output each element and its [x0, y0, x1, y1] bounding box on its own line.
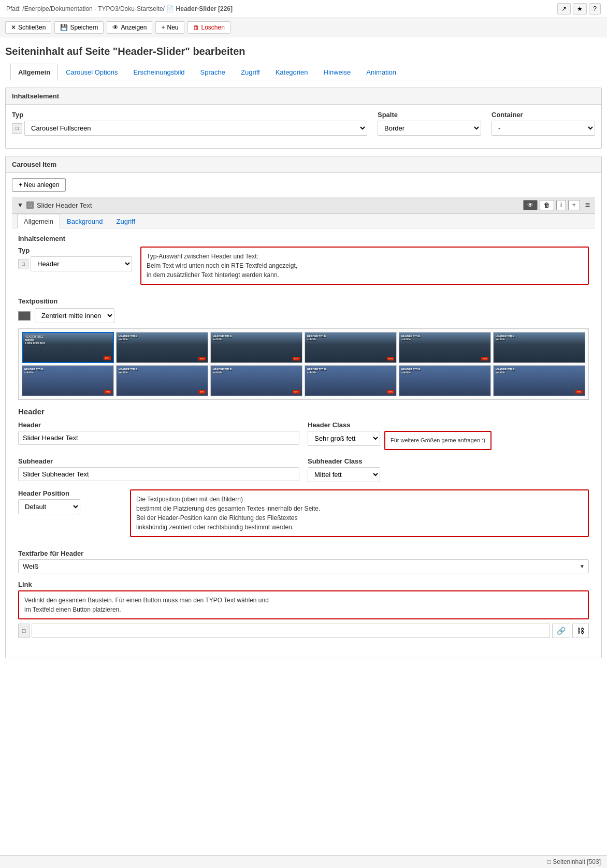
tab-erscheinungsbild[interactable]: Erscheinungsbild	[126, 64, 193, 80]
header-position-select[interactable]: Default	[18, 499, 80, 514]
header-position-col: Header Position Default	[18, 489, 122, 514]
spalte-label: Spalte	[378, 111, 481, 119]
tab-hinweise[interactable]: Hinweise	[316, 64, 359, 80]
image-grid-item[interactable]: HEADER TITLEsubtitle BTN	[305, 332, 397, 363]
external-link-btn[interactable]: ↗	[557, 3, 571, 15]
close-icon: ✕	[11, 24, 16, 31]
spalte-select[interactable]: Border	[378, 121, 481, 136]
header-section-title: Header	[18, 407, 589, 416]
inner-typ-select[interactable]: Header	[31, 256, 132, 271]
image-grid-item[interactable]: HEADER TITLEsubtitle BTN	[305, 365, 397, 396]
slider-item-titlebar: ▼ □ Slider Header Text 👁 🗑 i	[12, 197, 595, 214]
link-browse-btn[interactable]: 🔗	[552, 624, 570, 638]
slider-title-text: Slider Header Text	[37, 201, 92, 209]
image-grid-item[interactable]: HEADER TITLEsubtitlea little more text B…	[22, 332, 114, 363]
carousel-item-section: Carousel Item + Neu anlegen ▼ □ Slider H…	[5, 156, 602, 658]
inner-tab-zugriff[interactable]: Zugriff	[109, 214, 142, 228]
inner-typ-wrapper: □ Header	[18, 256, 132, 271]
close-label: Schließen	[18, 24, 46, 31]
carousel-item-body: + Neu anlegen	[6, 173, 601, 197]
trash-item-btn[interactable]: 🗑	[540, 200, 554, 210]
drag-handle-icon[interactable]: ≡	[585, 200, 590, 210]
visibility-toggle-btn[interactable]: 👁	[523, 200, 538, 210]
image-grid-item[interactable]: HEADER TITLEsubtitle	[493, 332, 585, 363]
container-select[interactable]: -	[492, 121, 595, 136]
image-grid-item[interactable]: HEADER TITLEsubtitle BTN	[116, 332, 208, 363]
inhaltselement-section: Inhaltselement Typ □ Carousel Fullscreen	[5, 88, 602, 149]
typ-input-wrapper: □ Carousel Fullscreen	[12, 121, 367, 136]
header-position-row: Header Position Default Die Textposition…	[18, 489, 589, 542]
image-grid-item[interactable]: HEADER TITLEsubtitle BTN	[493, 365, 585, 396]
view-icon: 👁	[112, 24, 119, 31]
close-button[interactable]: ✕ Schließen	[5, 21, 51, 34]
header-class-label: Header Class	[308, 421, 589, 429]
tab-allgemein[interactable]: Allgemein	[10, 64, 58, 80]
carousel-item-title: Carousel Item	[12, 161, 56, 168]
textfarbe-select[interactable]: Weiß	[18, 559, 589, 573]
tab-sprache[interactable]: Sprache	[193, 64, 233, 80]
delete-button[interactable]: 🗑 Löschen	[187, 21, 230, 34]
header-field-label: Header	[18, 421, 299, 429]
container-group: Container -	[492, 111, 595, 136]
tab-carousel-options[interactable]: Carousel Options	[58, 64, 125, 80]
bookmark-btn[interactable]: ★	[573, 3, 587, 15]
save-button[interactable]: 💾 Speichern	[54, 21, 104, 34]
header-input[interactable]	[18, 431, 299, 445]
header-class-select[interactable]: Sehr groß fett	[308, 431, 380, 446]
image-grid-item[interactable]: HEADER TITLEsubtitle BTN	[210, 365, 302, 396]
subheader-class-select[interactable]: Mittel fett	[308, 467, 380, 482]
subheader-input[interactable]	[18, 467, 299, 481]
inhaltselement-body: Typ □ Carousel Fullscreen Spalte Border	[6, 105, 601, 148]
breadcrumb-text: Pfad: /Enerpipe/Dokumentation - TYPO3/Do…	[6, 5, 165, 12]
link-prefix-icon: □	[18, 624, 30, 638]
top-icons: ↗ ★ ?	[557, 3, 601, 15]
new-button[interactable]: + Neu	[155, 21, 184, 34]
breadcrumb-path: Pfad: /Enerpipe/Dokumentation - TYPO3/Do…	[6, 5, 557, 12]
link-input-row: □ 🔗 ⛓	[18, 624, 589, 638]
doc-icon: □	[26, 201, 34, 209]
slider-item-title-area: ▼ □ Slider Header Text	[17, 201, 523, 209]
toolbar: ✕ Schließen 💾 Speichern 👁 Anzeigen + Neu…	[0, 18, 607, 37]
slider-item-container: ▼ □ Slider Header Text 👁 🗑 i	[12, 197, 595, 652]
link-clear-btn[interactable]: ⛓	[572, 624, 589, 638]
tab-animation[interactable]: Animation	[358, 64, 404, 80]
image-grid-item[interactable]: HEADER TITLEsubtitle BTN	[22, 365, 114, 396]
inhaltselement-title: Inhaltselement	[12, 92, 59, 100]
textposition-select-row: Zentriert mitte innen	[18, 308, 589, 323]
add-item-btn[interactable]: +	[568, 200, 580, 210]
save-icon: 💾	[60, 24, 68, 31]
view-button[interactable]: 👁 Anzeigen	[107, 21, 152, 34]
inner-tab-background[interactable]: Background	[60, 214, 109, 228]
tab-zugriff[interactable]: Zugriff	[233, 64, 268, 80]
trash-icon: 🗑	[193, 24, 199, 31]
link-input[interactable]	[32, 624, 550, 638]
inner-typ-tooltip-col: Typ-Auswahl zwischen Header und Text: Be…	[140, 247, 589, 290]
status-label: Seiteninhalt [503]	[553, 858, 601, 865]
typ-select[interactable]: Carousel Fullscreen	[24, 121, 367, 136]
header-class-tooltip-text: Für weitere Größen gerne anfragen :)	[391, 437, 485, 443]
header-field-col: Header	[18, 421, 299, 445]
neu-anlegen-button[interactable]: + Neu anlegen	[12, 178, 66, 192]
header-class-row: Header Header Class Sehr groß fett	[18, 421, 589, 450]
inner-typ-row: Typ □ Header Typ-Auswahl	[18, 247, 589, 290]
image-grid-item[interactable]: HEADER TITLEsubtitle BTN	[210, 332, 302, 363]
inhaltselement-header: Inhaltselement	[6, 88, 601, 105]
subheader-class-row: Subheader Subheader Class Mittel fett	[18, 457, 589, 482]
image-grid-item[interactable]: HEADER TITLEsubtitle	[399, 365, 491, 396]
subheader-field-col: Subheader	[18, 457, 299, 481]
image-grid-item[interactable]: HEADER TITLEsubtitle BTN	[399, 332, 491, 363]
typ-tooltip-box: Typ-Auswahl zwischen Header und Text: Be…	[140, 247, 589, 285]
inner-tab-allgemein[interactable]: Allgemein	[17, 214, 60, 228]
inner-typ-label: Typ	[18, 247, 132, 254]
typ-icon: □	[12, 123, 22, 134]
help-btn[interactable]: ?	[589, 3, 601, 15]
delete-label: Löschen	[201, 24, 225, 31]
image-grid-item[interactable]: HEADER TITLEsubtitle BTN	[116, 365, 208, 396]
textposition-select[interactable]: Zentriert mitte innen	[35, 308, 114, 323]
header-position-tooltip-text: Die Textposition (oben mit den Bildern) …	[136, 496, 320, 531]
info-btn[interactable]: i	[556, 200, 566, 210]
subheader-label: Subheader	[18, 457, 299, 465]
header-class-wrapper: Sehr groß fett Für weitere Größen gerne …	[308, 431, 589, 450]
tab-kategorien[interactable]: Kategorien	[268, 64, 316, 80]
toggle-arrow[interactable]: ▼	[17, 201, 23, 209]
